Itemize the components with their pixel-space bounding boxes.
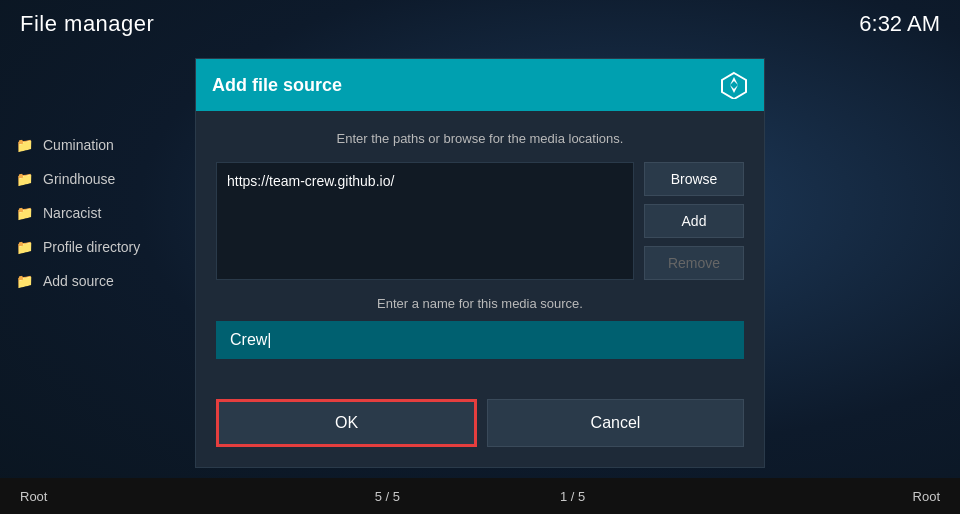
modal-footer: OK Cancel — [196, 399, 764, 467]
modal-body: Enter the paths or browse for the media … — [196, 111, 764, 399]
modal-header: Add file source — [196, 59, 764, 111]
source-action-buttons: Browse Add Remove — [644, 162, 744, 280]
modal-overlay: Add file source Enter the paths or brows… — [0, 48, 960, 478]
kodi-logo-icon — [720, 71, 748, 99]
footer-bar: Root 5 / 5 1 / 5 Root — [0, 478, 960, 514]
footer-left: Root — [0, 489, 67, 504]
browse-button[interactable]: Browse — [644, 162, 744, 196]
source-row: https://team-crew.github.io/ Browse Add … — [216, 162, 744, 280]
ok-button[interactable]: OK — [216, 399, 477, 447]
add-file-source-dialog: Add file source Enter the paths or brows… — [195, 58, 765, 468]
footer-center-left: 5 / 5 — [375, 489, 400, 504]
header: File manager 6:32 AM — [0, 0, 960, 48]
source-path-box[interactable]: https://team-crew.github.io/ — [216, 162, 634, 280]
svg-marker-2 — [730, 85, 738, 93]
clock: 6:32 AM — [859, 11, 940, 37]
media-source-name-input[interactable] — [216, 321, 744, 359]
remove-button[interactable]: Remove — [644, 246, 744, 280]
cancel-button[interactable]: Cancel — [487, 399, 744, 447]
source-url-text: https://team-crew.github.io/ — [227, 173, 394, 189]
add-button[interactable]: Add — [644, 204, 744, 238]
svg-marker-0 — [722, 73, 746, 99]
app-title: File manager — [20, 11, 154, 37]
path-instruction: Enter the paths or browse for the media … — [216, 131, 744, 146]
svg-marker-1 — [730, 77, 738, 85]
footer-right: Root — [913, 489, 940, 504]
footer-center-right: 1 / 5 — [560, 489, 585, 504]
name-instruction: Enter a name for this media source. — [216, 296, 744, 311]
modal-title: Add file source — [212, 75, 342, 96]
